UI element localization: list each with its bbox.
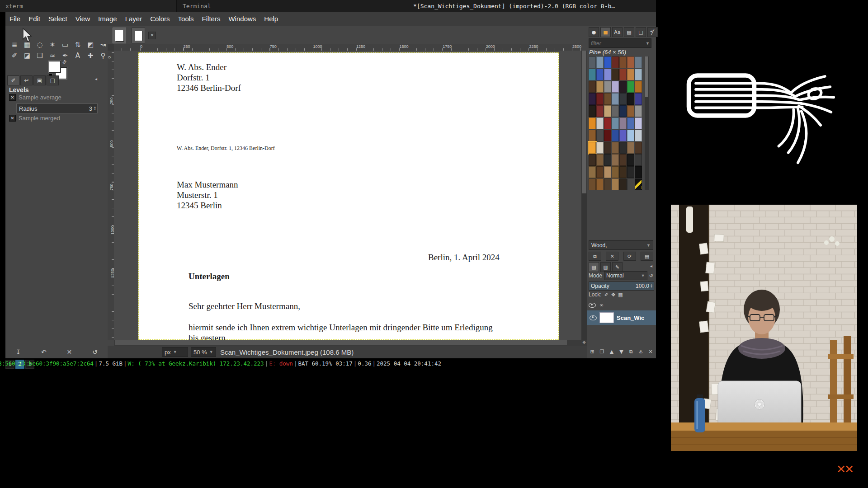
dock-menu-icon[interactable]: ◂ <box>650 28 652 33</box>
opacity-slider[interactable]: Opacity 100.0 ▲▼ <box>589 282 654 291</box>
eraser-tool[interactable]: ◪ <box>21 50 33 61</box>
pattern-swatch[interactable] <box>604 166 611 178</box>
delete-pattern-button[interactable]: ✕ <box>606 252 618 261</box>
pattern-swatch[interactable] <box>627 130 634 141</box>
pattern-swatch[interactable] <box>589 105 596 117</box>
pattern-swatch[interactable] <box>619 56 627 68</box>
pattern-swatch[interactable] <box>589 166 596 178</box>
reset-tool-options-button[interactable]: ↺ <box>88 347 102 357</box>
canvas-viewport[interactable]: W. Abs. EnderDorfstr. 112346 Berlin-Dorf… <box>114 51 581 340</box>
wm-tab-gimp-active[interactable]: *[Scan_Wichtiges_Dokument] (imported)-2.… <box>411 0 658 12</box>
menu-edit[interactable]: Edit <box>24 12 44 26</box>
zoom-select[interactable]: 50 % ▼ <box>191 347 216 357</box>
pattern-swatch[interactable] <box>635 130 642 141</box>
pattern-swatch[interactable] <box>589 130 596 141</box>
pattern-swatch[interactable] <box>596 154 604 166</box>
menu-windows[interactable]: Windows <box>224 12 260 26</box>
pattern-swatch[interactable] <box>627 69 634 80</box>
fonts-dialog-tab[interactable]: Aa <box>612 27 623 37</box>
undo-history-tab[interactable]: ↩ <box>20 75 33 85</box>
pattern-swatch[interactable] <box>589 56 596 68</box>
wm-tab-terminal[interactable]: Terminal <box>176 0 418 12</box>
pattern-swatch[interactable] <box>635 93 642 105</box>
sample-merged-option[interactable]: ✕ Sample merged <box>9 115 60 122</box>
pattern-swatch[interactable] <box>612 154 619 166</box>
delete-tool-options-button[interactable]: ✕ <box>62 347 76 357</box>
pattern-swatch[interactable] <box>596 166 604 178</box>
lock-alpha-icon[interactable]: ▦ <box>618 292 623 298</box>
patterns-dialog-tab[interactable]: ■ <box>600 27 611 37</box>
duplicate-pattern-button[interactable]: ⧉ <box>589 252 601 261</box>
menu-colors[interactable]: Colors <box>146 12 174 26</box>
pattern-swatch[interactable] <box>619 154 627 166</box>
horizontal-scrollbar[interactable] <box>114 340 581 346</box>
pattern-swatch[interactable] <box>612 178 619 190</box>
pattern-swatch[interactable] <box>619 166 627 178</box>
vertical-scrollbar-thumb[interactable] <box>582 51 586 193</box>
foreground-color-swatch[interactable] <box>49 61 61 73</box>
clone-tool[interactable]: ❏ <box>33 50 46 61</box>
menu-layer[interactable]: Layer <box>121 12 146 26</box>
save-tool-options-button[interactable]: ↧ <box>11 347 25 357</box>
pattern-swatch[interactable] <box>596 69 604 80</box>
pattern-swatch[interactable] <box>589 69 596 80</box>
pattern-swatch[interactable] <box>627 105 634 117</box>
anchor-layer-button[interactable]: ⚓ <box>637 347 645 356</box>
color-picker-tool[interactable]: ✚ <box>84 50 97 61</box>
switch-mode-icon[interactable]: ↺ <box>649 273 653 279</box>
pattern-swatch[interactable] <box>596 142 604 154</box>
pattern-swatch[interactable] <box>612 117 619 129</box>
menu-help[interactable]: Help <box>260 12 282 26</box>
mode-select[interactable]: Normal ▼ <box>604 271 647 280</box>
pattern-swatch[interactable] <box>635 69 642 80</box>
pattern-swatch[interactable] <box>589 81 596 93</box>
pattern-swatch[interactable] <box>635 81 642 93</box>
checkbox-checked-icon[interactable]: ✕ <box>9 94 16 101</box>
menu-image[interactable]: Image <box>94 12 121 26</box>
duplicate-layer-button[interactable]: ⧉ <box>627 347 636 356</box>
pattern-swatch[interactable] <box>604 154 611 166</box>
pattern-swatch[interactable] <box>612 166 619 178</box>
layer-row-selected[interactable]: Scan_Wic <box>587 310 656 325</box>
pattern-swatch[interactable] <box>596 93 604 105</box>
pattern-swatch[interactable] <box>635 154 642 166</box>
pattern-swatch[interactable] <box>589 142 596 154</box>
pattern-swatch[interactable] <box>635 117 642 129</box>
fuzzy-select-tool[interactable]: ✶ <box>46 39 59 50</box>
pattern-swatch[interactable] <box>627 93 634 105</box>
pattern-filter-box[interactable]: ▼ <box>589 38 651 48</box>
open-pattern-button[interactable]: ▤ <box>641 252 653 261</box>
pattern-swatch[interactable] <box>589 154 596 166</box>
pattern-swatch[interactable] <box>619 130 627 141</box>
pattern-swatch[interactable] <box>627 154 634 166</box>
free-select-tool[interactable]: ◌ <box>33 39 46 50</box>
spinner-icon[interactable]: ▲▼ <box>94 106 97 111</box>
pattern-swatch[interactable] <box>604 56 611 68</box>
new-layer-button[interactable]: ⊞ <box>588 347 597 356</box>
checkbox-checked-icon[interactable]: ✕ <box>9 115 16 122</box>
lower-layer-button[interactable]: ▼ <box>617 347 626 356</box>
pattern-swatch[interactable] <box>612 93 619 105</box>
lock-position-icon[interactable]: ✥ <box>611 292 615 298</box>
wm-tab-xterm[interactable]: xterm <box>0 0 182 12</box>
dock-menu-icon[interactable]: ◂ <box>95 76 97 81</box>
pattern-swatch[interactable] <box>604 130 611 141</box>
document-history-tab[interactable]: ▤ <box>624 27 634 37</box>
pattern-swatch[interactable] <box>596 117 604 129</box>
pattern-swatch[interactable] <box>619 178 627 190</box>
pattern-swatch[interactable] <box>635 142 642 154</box>
pattern-swatch[interactable] <box>612 142 619 154</box>
pattern-swatch[interactable] <box>627 166 634 178</box>
menu-tools[interactable]: Tools <box>174 12 198 26</box>
pattern-swatch[interactable] <box>619 117 627 129</box>
vertical-scrollbar[interactable] <box>581 51 587 340</box>
radius-spin-scale[interactable]: Radius 3 ▲▼ <box>16 103 98 113</box>
channels-tab[interactable]: ▥ <box>600 262 611 272</box>
warp-tool[interactable]: ≈ <box>46 50 59 61</box>
paths-tab[interactable]: ✎ <box>612 262 623 272</box>
pattern-swatch[interactable] <box>619 93 627 105</box>
dock-menu-icon[interactable]: ◂ <box>650 263 652 268</box>
pattern-swatch[interactable] <box>619 142 627 154</box>
pattern-swatch[interactable] <box>589 178 596 190</box>
unit-select[interactable]: px ▼ <box>162 347 188 357</box>
